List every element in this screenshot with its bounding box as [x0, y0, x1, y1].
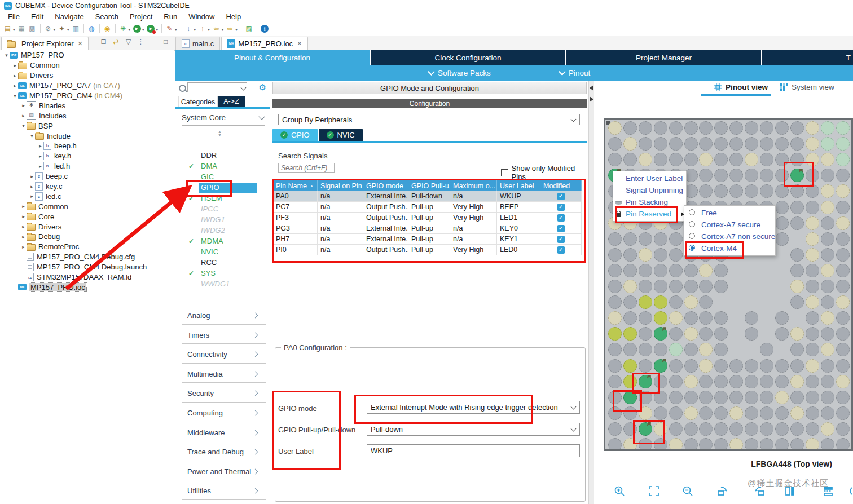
- bga-pin[interactable]: [760, 153, 773, 166]
- bga-pin[interactable]: [669, 422, 683, 436]
- bga-pin[interactable]: [775, 359, 789, 373]
- tree-item-key-c[interactable]: ▸ckey.c: [0, 182, 174, 192]
- bga-pin[interactable]: [669, 295, 683, 309]
- tree-collapse-icon[interactable]: ▾: [12, 93, 18, 99]
- bga-pin[interactable]: [760, 359, 773, 373]
- bga-pin[interactable]: [775, 184, 789, 198]
- tree-item-mp157-pro-ioc[interactable]: MXMP157_PRO.ioc: [0, 282, 174, 292]
- radio-icon[interactable]: [689, 209, 695, 215]
- bga-pin[interactable]: [684, 311, 698, 325]
- bga-pin[interactable]: [623, 406, 637, 420]
- bga-pin[interactable]: [806, 153, 819, 166]
- tab-categories[interactable]: Categories: [178, 96, 218, 108]
- submenu-item-free[interactable]: Free: [684, 207, 775, 219]
- tree-item-led-c[interactable]: ▸cled.c: [0, 191, 174, 201]
- bga-pin[interactable]: [669, 248, 683, 262]
- tree-item-debug[interactable]: ▸Debug: [0, 232, 174, 242]
- tree-item-core[interactable]: ▸Core: [0, 211, 174, 222]
- peripheral-iwdg1[interactable]: IWDG1: [175, 214, 271, 225]
- bga-pin[interactable]: [836, 264, 850, 277]
- dropdown-caret-icon[interactable]: ▾: [208, 28, 210, 32]
- bga-pin[interactable]: [654, 406, 667, 420]
- bga-pin[interactable]: [669, 391, 683, 404]
- submenu-item-cortex-m4[interactable]: Cortex-M4: [684, 242, 775, 254]
- bga-pin[interactable]: [836, 391, 850, 404]
- skip-all-breakpoints-icon[interactable]: ⊘: [43, 24, 53, 34]
- cell-modified[interactable]: ✓: [540, 213, 582, 223]
- bga-pin[interactable]: [806, 216, 819, 230]
- bga-pin[interactable]: [806, 232, 819, 246]
- peripheral-gic[interactable]: GIC: [175, 171, 271, 182]
- bga-pin[interactable]: [745, 327, 758, 341]
- bga-pin[interactable]: [806, 343, 819, 356]
- bga-pin[interactable]: [623, 137, 637, 151]
- bga-pin[interactable]: [790, 280, 804, 293]
- radio-icon[interactable]: [689, 233, 695, 239]
- bga-pin[interactable]: [836, 184, 850, 198]
- bga-pin[interactable]: [760, 184, 773, 198]
- bga-pin[interactable]: [639, 375, 652, 388]
- tree-expand-icon[interactable]: ▸: [20, 234, 27, 240]
- show-modified-pins[interactable]: Show only Modified Pins: [501, 164, 588, 181]
- bga-pin[interactable]: [729, 391, 743, 404]
- tree-expand-icon[interactable]: ▸: [29, 193, 35, 199]
- menu-project[interactable]: Project: [124, 12, 158, 21]
- bga-pin[interactable]: [821, 216, 834, 230]
- bga-pin[interactable]: [714, 375, 728, 388]
- bga-pin[interactable]: [806, 406, 819, 420]
- bga-pin[interactable]: [714, 121, 728, 135]
- bga-pin[interactable]: [639, 121, 652, 135]
- bga-pin[interactable]: [790, 264, 804, 277]
- section-connectivity[interactable]: Connectivity: [175, 346, 271, 365]
- bga-pin[interactable]: [669, 406, 683, 420]
- bga-pin[interactable]: [608, 422, 622, 436]
- bga-pin[interactable]: [836, 248, 850, 262]
- bga-pin[interactable]: [654, 295, 667, 309]
- peripheral-rcc[interactable]: RCC: [175, 257, 271, 268]
- bga-pin[interactable]: [623, 280, 637, 293]
- tab-system-view[interactable]: System view: [780, 83, 834, 91]
- peripheral-hsem[interactable]: ✓HSEM: [175, 193, 271, 204]
- new-wizard-icon[interactable]: ▤: [3, 24, 12, 34]
- bga-pin[interactable]: [608, 248, 622, 262]
- tree-expand-icon[interactable]: ▸: [29, 184, 35, 189]
- bga-pin[interactable]: [836, 359, 850, 373]
- minimize-icon[interactable]: —: [149, 38, 157, 46]
- maximize-icon[interactable]: □: [161, 38, 170, 46]
- bga-pin[interactable]: [684, 359, 698, 373]
- column-header-pin-name[interactable]: Pin Name▲: [273, 180, 318, 191]
- bga-pin[interactable]: [684, 121, 698, 135]
- rotate-clockwise-icon[interactable]: [716, 485, 728, 499]
- bga-pin[interactable]: [836, 280, 850, 293]
- bga-pin[interactable]: [775, 153, 789, 166]
- bga-pin[interactable]: [684, 153, 698, 166]
- bga-pin[interactable]: [836, 137, 850, 151]
- bga-pin[interactable]: [639, 264, 652, 277]
- bga-pin[interactable]: [806, 121, 819, 135]
- peripheral-ipcc[interactable]: IPCC: [175, 204, 271, 214]
- bga-pin[interactable]: [654, 232, 667, 246]
- external-tools-icon[interactable]: ▶: [146, 24, 156, 34]
- tree-item-common[interactable]: ▸Common: [0, 60, 174, 70]
- bga-pin[interactable]: [821, 137, 834, 151]
- bga-pin[interactable]: [654, 264, 667, 277]
- bga-pin[interactable]: [623, 311, 637, 325]
- bga-pin[interactable]: [608, 375, 622, 388]
- bga-pin[interactable]: [714, 438, 728, 451]
- info-icon[interactable]: i: [260, 24, 270, 34]
- section-utilities[interactable]: Utilities: [175, 482, 271, 502]
- gpio-pull-select[interactable]: Pull-down: [367, 423, 580, 436]
- fit-screen-icon[interactable]: [648, 485, 660, 499]
- tree-expand-icon[interactable]: ▸: [20, 103, 27, 108]
- bga-pin[interactable]: [639, 422, 652, 436]
- cell-modified[interactable]: ✓: [540, 202, 582, 212]
- bga-pin[interactable]: [699, 375, 713, 388]
- bga-pin[interactable]: [790, 248, 804, 262]
- bga-pin[interactable]: [623, 327, 637, 341]
- bga-pin[interactable]: [623, 248, 637, 262]
- bga-pin[interactable]: [608, 121, 622, 135]
- bga-pin[interactable]: [760, 406, 773, 420]
- perspective-tab-clock-configuration[interactable]: Clock Configuration: [371, 50, 565, 65]
- dropdown-caret-icon[interactable]: ▾: [142, 28, 144, 32]
- bga-pin[interactable]: [790, 327, 804, 341]
